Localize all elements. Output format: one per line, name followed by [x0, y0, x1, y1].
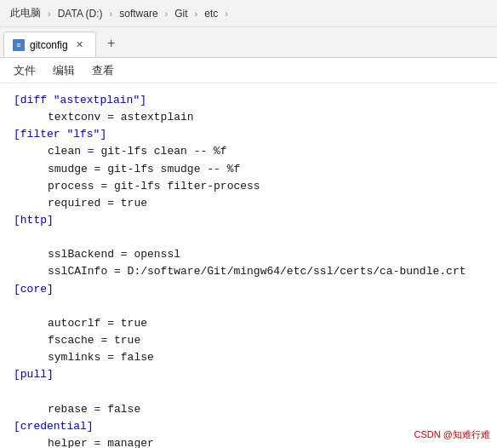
section-header: [pull] — [14, 366, 483, 383]
menu-bar: 文件 编辑 查看 — [0, 58, 497, 83]
section-header: [credential] — [14, 418, 483, 435]
key-value-line: helper = manager — [14, 435, 483, 448]
menu-edit[interactable]: 编辑 — [46, 60, 82, 82]
key-value-line: clean = git-lfs clean -- %f — [14, 143, 483, 160]
tab-gitconfig[interactable]: ≡ gitconfig ✕ — [3, 32, 96, 57]
breadcrumb-software[interactable]: software — [116, 6, 161, 21]
breadcrumb-this-pc[interactable]: 此电脑 — [7, 4, 44, 22]
key-value-line: fscache = true — [14, 332, 483, 349]
section-header: [diff "astextplain"] — [14, 92, 483, 109]
tab-close-button[interactable]: ✕ — [73, 38, 87, 52]
tab-label: gitconfig — [30, 39, 68, 51]
breadcrumb-data-d[interactable]: DATA (D:) — [54, 6, 106, 21]
tab-bar: ≡ gitconfig ✕ + — [0, 27, 497, 58]
breadcrumb-etc[interactable]: etc — [201, 6, 221, 21]
key-value-line: process = git-lfs filter-process — [14, 178, 483, 195]
key-value-line: autocrlf = true — [14, 315, 483, 332]
empty-line — [14, 229, 483, 246]
breadcrumb-sep-4: › — [223, 9, 230, 19]
key-value-line: textconv = astextplain — [14, 109, 483, 126]
breadcrumb-sep-0: › — [46, 9, 53, 19]
empty-line — [14, 383, 483, 400]
breadcrumb-sep-1: › — [108, 9, 115, 19]
key-value-line: sslBackend = openssl — [14, 246, 483, 263]
key-value-line: required = true — [14, 195, 483, 212]
new-tab-button[interactable]: + — [100, 32, 123, 55]
file-icon: ≡ — [13, 39, 25, 51]
key-value-line: smudge = git-lfs smudge -- %f — [14, 161, 483, 178]
breadcrumb-sep-3: › — [193, 9, 200, 19]
breadcrumb-git[interactable]: Git — [171, 6, 191, 21]
breadcrumb-sep-2: › — [163, 9, 170, 19]
title-bar: 此电脑 › DATA (D:) › software › Git › etc › — [0, 0, 497, 27]
empty-line — [14, 298, 483, 315]
section-header: [core] — [14, 281, 483, 298]
key-value-line: rebase = false — [14, 401, 483, 418]
key-value-line: symlinks = false — [14, 349, 483, 366]
menu-file[interactable]: 文件 — [7, 60, 43, 82]
menu-view[interactable]: 查看 — [85, 60, 121, 82]
file-content: [diff "astextplain"]textconv = astextpla… — [0, 83, 497, 448]
section-header: [filter "lfs"] — [14, 126, 483, 143]
key-value-line: sslCAInfo = D:/software/Git/mingw64/etc/… — [14, 263, 483, 280]
breadcrumb: 此电脑 › DATA (D:) › software › Git › etc › — [7, 4, 230, 22]
section-header: [http] — [14, 212, 483, 229]
